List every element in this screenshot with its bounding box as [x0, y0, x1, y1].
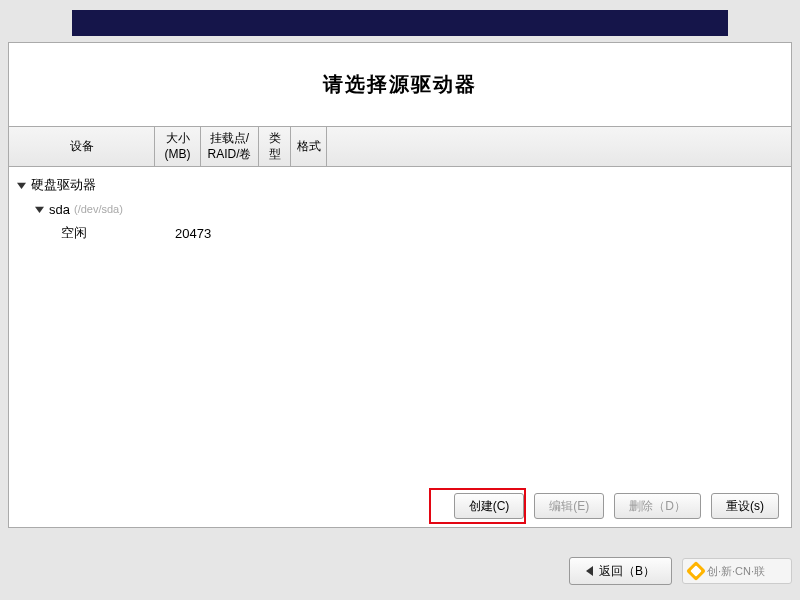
col-format[interactable]: 格式	[291, 127, 327, 166]
free-size: 20473	[175, 226, 245, 241]
back-button[interactable]: 返回（B）	[569, 557, 672, 585]
page-title: 请选择源驱动器	[323, 71, 477, 98]
chevron-down-icon[interactable]	[15, 181, 27, 190]
tree-row-disk[interactable]: sda (/dev/sda)	[9, 197, 791, 221]
col-type[interactable]: 类型	[259, 127, 291, 166]
delete-button: 删除（D）	[614, 493, 701, 519]
tree-row-free[interactable]: 空闲 20473	[9, 221, 791, 245]
watermark-badge: 创·新·CN·联	[682, 558, 792, 584]
free-label: 空闲	[61, 224, 171, 242]
root-label: 硬盘驱动器	[31, 176, 96, 194]
create-button[interactable]: 创建(C)	[454, 493, 525, 519]
reset-button[interactable]: 重设(s)	[711, 493, 779, 519]
title-area: 请选择源驱动器	[9, 43, 791, 127]
device-tree: 硬盘驱动器 sda (/dev/sda) 空闲 20473	[9, 167, 791, 251]
top-banner	[72, 10, 728, 36]
col-mount[interactable]: 挂载点/ RAID/卷	[201, 127, 259, 166]
col-device[interactable]: 设备	[9, 127, 155, 166]
table-header: 设备 大小 (MB) 挂载点/ RAID/卷 类型 格式	[9, 127, 791, 167]
svg-marker-0	[17, 182, 26, 188]
bottom-nav: 返回（B） 创·新·CN·联	[8, 554, 792, 588]
chevron-down-icon[interactable]	[33, 205, 45, 214]
action-row: 创建(C) 编辑(E) 删除（D） 重设(s)	[454, 493, 779, 519]
back-label: 返回（B）	[599, 563, 655, 580]
diamond-icon	[686, 561, 706, 581]
col-size[interactable]: 大小 (MB)	[155, 127, 201, 166]
svg-marker-1	[35, 206, 44, 212]
watermark-text: 创·新·CN·联	[707, 564, 765, 579]
disk-path: (/dev/sda)	[74, 203, 123, 215]
disk-label: sda	[49, 202, 70, 217]
main-panel: 请选择源驱动器 设备 大小 (MB) 挂载点/ RAID/卷 类型 格式 硬盘驱…	[8, 42, 792, 528]
edit-button: 编辑(E)	[534, 493, 604, 519]
arrow-left-icon	[586, 566, 593, 576]
tree-row-root[interactable]: 硬盘驱动器	[9, 173, 791, 197]
